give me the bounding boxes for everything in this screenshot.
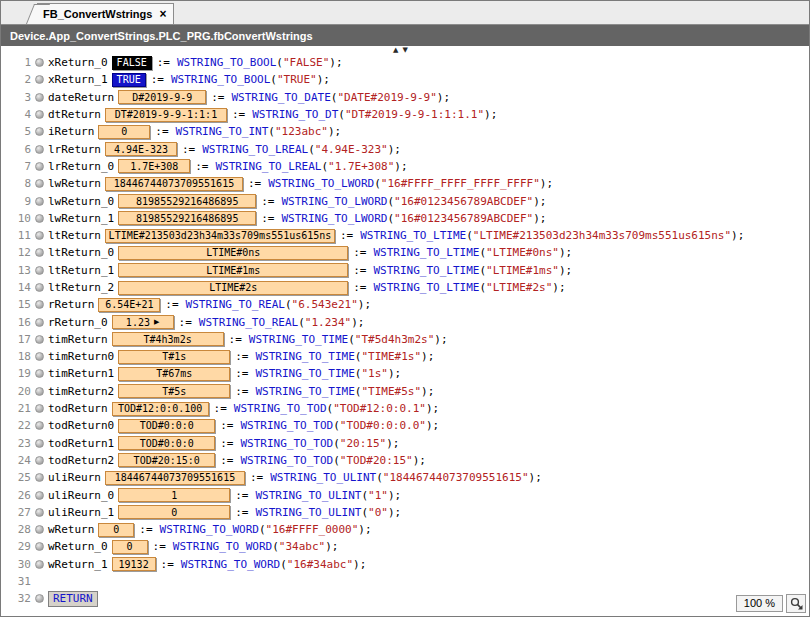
code-line[interactable]: 23todReturn1TOD#0:0:0:=WSTRING_TO_TOD("2… [1,435,809,452]
code-line[interactable]: 24todReturn2TOD#20:15:0:=WSTRING_TO_TOD(… [1,452,809,469]
breakpoint-dot[interactable] [35,127,44,136]
breakpoint-dot[interactable] [35,75,44,84]
breakpoint-dot[interactable] [35,404,44,413]
code-line[interactable]: 3dateReturnD#2019-9-9:=WSTRING_TO_DATE("… [1,89,809,106]
monitor-value[interactable]: TOD#0:0:0 [118,436,215,450]
splitter-handle[interactable]: ▲ ▼ [393,46,408,54]
monitor-value[interactable]: 0 [118,505,230,519]
code-line[interactable]: 2xReturn_1TRUE:=WSTRING_TO_BOOL("TRUE"); [1,71,809,88]
code-line[interactable]: 15rReturn6.54E+21:=WSTRING_TO_REAL("6.54… [1,296,809,313]
monitor-value[interactable]: FALSE [112,56,152,70]
breakpoint-dot[interactable] [35,248,44,257]
breakpoint-dot[interactable] [35,525,44,534]
code-line[interactable]: 6lrReturn4.94E-323:=WSTRING_TO_LREAL("4.… [1,140,809,157]
code-line[interactable]: 32RETURN [1,590,809,607]
monitor-value[interactable]: T#4h3m2s [112,332,224,346]
breakpoint-dot[interactable] [35,491,44,500]
breakpoint-dot[interactable] [35,369,44,378]
monitor-value[interactable]: 81985529216486895 [118,194,256,208]
monitor-value[interactable]: 0 [98,523,134,537]
breakpoint-dot[interactable] [35,421,44,430]
code-line[interactable]: 19timReturn1T#67ms:=WSTRING_TO_TIME("1s"… [1,365,809,382]
code-line[interactable]: 31 [1,573,809,590]
monitor-value[interactable]: LTIME#2s [118,281,348,295]
monitor-value[interactable]: 1.7E+308 [118,159,190,173]
code-line[interactable]: 1xReturn_0FALSE:=WSTRING_TO_BOOL("FALSE"… [1,54,809,71]
code-line[interactable]: 28wReturn0:=WSTRING_TO_WORD("16#FFFF_000… [1,521,809,538]
monitor-value[interactable]: 81985529216486895 [118,211,256,225]
code-line[interactable]: 22todReturn0TOD#0:0:0:=WSTRING_TO_TOD("T… [1,417,809,434]
breakpoint-dot[interactable] [35,508,44,517]
monitor-value[interactable]: T#1s [118,350,230,364]
breakpoint-dot[interactable] [35,542,44,551]
breakpoint-dot[interactable] [35,110,44,119]
code-line[interactable]: 29wReturn_00:=WSTRING_TO_WORD("34abc"); [1,538,809,555]
zoom-icon[interactable] [786,594,806,613]
breakpoint-dot[interactable] [35,58,44,67]
breakpoint-dot[interactable] [35,318,44,327]
breakpoint-dot[interactable] [35,145,44,154]
monitor-value[interactable]: T#5s [118,384,230,398]
code-line[interactable]: 12ltReturn_0LTIME#0ns:=WSTRING_TO_LTIME(… [1,244,809,261]
monitor-value[interactable]: TOD#0:0:0 [118,419,215,433]
code-line[interactable]: 26uliReurn_01:=WSTRING_TO_ULINT("1"); [1,486,809,503]
monitor-value[interactable]: LTIME#0ns [118,246,348,260]
monitor-value[interactable]: LTIME#213503d23h34m33s709ms551us615ns [105,229,335,243]
zoom-level-button[interactable]: 100 % [736,595,783,612]
code-line[interactable]: 10lwReturn_181985529216486895:=WSTRING_T… [1,210,809,227]
code-line[interactable]: 11ltReturnLTIME#213503d23h34m33s709ms551… [1,227,809,244]
code-line[interactable]: 4dtReturnDT#2019-9-9-1:1:1:=WSTRING_TO_D… [1,106,809,123]
breakpoint-dot[interactable] [35,560,44,569]
breakpoint-dot[interactable] [35,473,44,482]
breakpoint-dot[interactable] [35,335,44,344]
tab-fb-convertwstrings[interactable]: FB_ConvertWstrings × [37,3,174,24]
breakpoint-dot[interactable] [35,594,44,603]
breakpoint-dot[interactable] [35,456,44,465]
code-line[interactable]: 17timReturnT#4h3m2s:=WSTRING_TO_TIME("T#… [1,331,809,348]
monitor-value[interactable]: 1 [118,488,230,502]
monitor-value[interactable]: 18446744073709551615 [105,471,245,485]
code-editor[interactable]: ▲ ▼ 1xReturn_0FALSE:=WSTRING_TO_BOOL("FA… [1,46,809,616]
code-line[interactable]: 5iReturn0:=WSTRING_TO_INT("123abc"); [1,123,809,140]
breakpoint-dot[interactable] [35,93,44,102]
monitor-value[interactable]: TOD#20:15:0 [118,453,215,467]
breakpoint-dot[interactable] [35,283,44,292]
monitor-value[interactable]: 19132 [112,557,156,571]
breakpoint-dot[interactable] [35,214,44,223]
tab-close-icon[interactable]: × [159,8,166,20]
monitor-value[interactable]: TRUE [112,73,146,87]
breakpoint-dot[interactable] [35,162,44,171]
monitor-value[interactable]: 4.94E-323 [105,142,177,156]
breakpoint-dot[interactable] [35,231,44,240]
code-line[interactable]: 9lwReturn_081985529216486895:=WSTRING_TO… [1,192,809,209]
breakpoint-dot[interactable] [35,179,44,188]
monitor-value[interactable]: T#67ms [118,367,230,381]
code-line[interactable]: 27uliReurn_10:=WSTRING_TO_ULINT("0"); [1,504,809,521]
monitor-value[interactable]: TOD#12:0:0.100 [112,402,209,416]
code-line[interactable]: 30wReturn_119132:=WSTRING_TO_WORD("16#34… [1,556,809,573]
code-line[interactable]: 25uliReurn18446744073709551615:=WSTRING_… [1,469,809,486]
code-line[interactable]: 16rReturn_01.23▶:=WSTRING_TO_REAL("1.234… [1,313,809,330]
code-line[interactable]: 21todReturnTOD#12:0:0.100:=WSTRING_TO_TO… [1,400,809,417]
breakpoint-dot[interactable] [35,266,44,275]
monitor-value[interactable]: 0 [98,125,150,139]
code-lines[interactable]: 1xReturn_0FALSE:=WSTRING_TO_BOOL("FALSE"… [1,46,809,608]
breakpoint-dot[interactable] [35,300,44,309]
breakpoint-dot[interactable] [35,439,44,448]
monitor-value[interactable]: LTIME#1ms [118,263,348,277]
breakpoint-dot[interactable] [35,352,44,361]
monitor-value[interactable]: 6.54E+21 [98,298,160,312]
monitor-value[interactable]: 1.23▶ [112,315,174,329]
code-line[interactable]: 8lwReturn18446744073709551615:=WSTRING_T… [1,175,809,192]
monitor-value[interactable]: D#2019-9-9 [118,90,206,104]
breakpoint-dot[interactable] [35,387,44,396]
monitor-value[interactable]: 18446744073709551615 [105,177,243,191]
monitor-value[interactable]: 0 [112,540,148,554]
code-line[interactable]: 14ltReturn_2LTIME#2s:=WSTRING_TO_LTIME("… [1,279,809,296]
code-line[interactable]: 18timReturn0T#1s:=WSTRING_TO_TIME("TIME#… [1,348,809,365]
monitor-value[interactable]: DT#2019-9-9-1:1:1 [105,108,227,122]
code-line[interactable]: 7lrReturn_01.7E+308:=WSTRING_TO_LREAL("1… [1,158,809,175]
code-line[interactable]: 13ltReturn_1LTIME#1ms:=WSTRING_TO_LTIME(… [1,262,809,279]
code-line[interactable]: 20timReturn2T#5s:=WSTRING_TO_TIME("TIME#… [1,383,809,400]
breakpoint-dot[interactable] [35,197,44,206]
